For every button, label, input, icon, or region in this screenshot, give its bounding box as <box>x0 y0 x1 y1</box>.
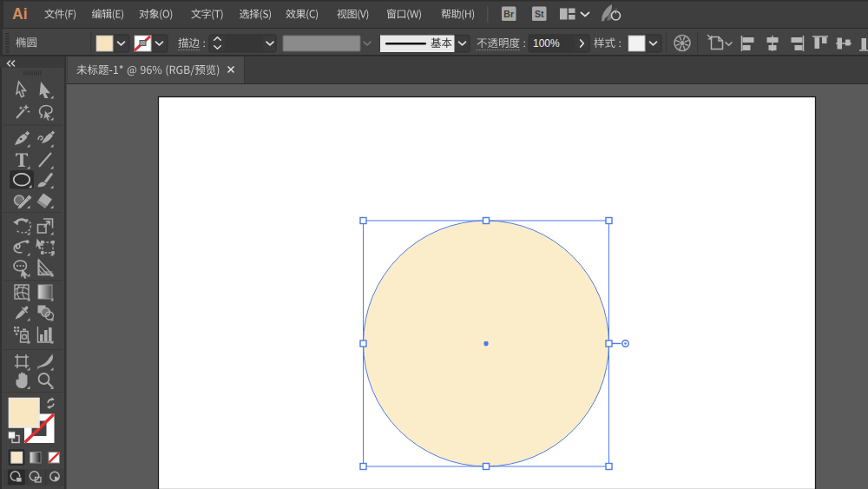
svg-text:100%: 100% <box>533 37 560 50</box>
svg-text:Br: Br <box>503 9 514 19</box>
svg-text:Ai: Ai <box>12 5 28 23</box>
svg-text:St: St <box>535 9 544 19</box>
